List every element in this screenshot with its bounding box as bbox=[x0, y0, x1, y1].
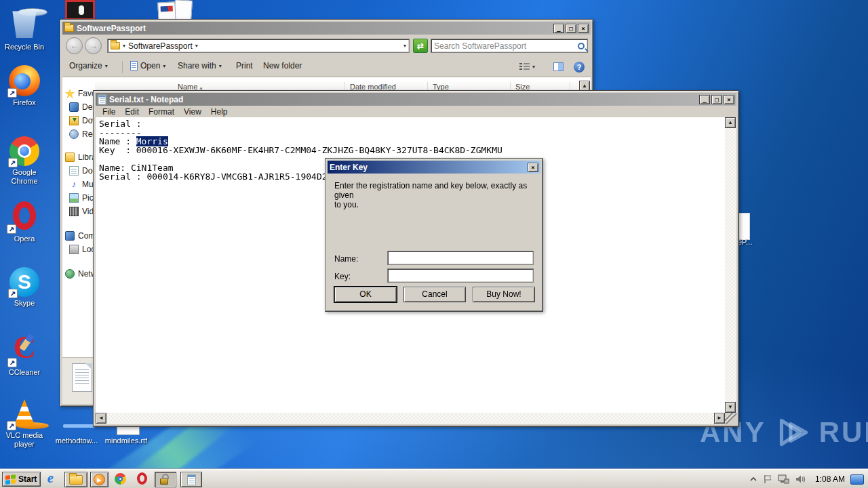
chevron-down-icon[interactable]: ▾ bbox=[195, 43, 198, 49]
volume-icon[interactable] bbox=[795, 470, 807, 488]
recycle-bin-icon bbox=[8, 7, 41, 41]
maximize-button[interactable]: □ bbox=[566, 24, 576, 33]
monitor-icon bbox=[850, 474, 864, 485]
resize-grip[interactable] bbox=[725, 413, 736, 424]
breadcrumb[interactable]: SoftwarePassport bbox=[128, 41, 193, 51]
desktop-icon-skype[interactable]: S Skype bbox=[0, 267, 49, 308]
scroll-up-button[interactable]: ▲ bbox=[725, 117, 736, 128]
show-desktop-button[interactable] bbox=[850, 470, 864, 488]
preview-pane-icon bbox=[553, 62, 564, 71]
scroll-left-button[interactable]: ◄ bbox=[96, 413, 106, 424]
taskbar-clock[interactable]: 1:08 AM bbox=[815, 470, 845, 488]
desktop-file-label-softwarepassport[interactable]: eP... bbox=[738, 238, 765, 246]
change-view-button[interactable]: ▾ bbox=[515, 60, 539, 73]
buy-now-button[interactable]: Buy Now! bbox=[473, 287, 535, 302]
forward-button[interactable]: → bbox=[85, 37, 102, 54]
recent-places-icon bbox=[69, 129, 79, 139]
desktop-icon-ccleaner[interactable]: C CCleaner bbox=[0, 332, 49, 377]
search-placeholder: Search SoftwarePassport bbox=[434, 41, 574, 51]
desktop-icon-label: CCleaner bbox=[0, 368, 49, 377]
key-label: Key: bbox=[334, 272, 351, 281]
back-button[interactable]: ← bbox=[66, 37, 83, 54]
name-label: Name: bbox=[334, 254, 358, 264]
tray-chevron-button[interactable] bbox=[749, 470, 758, 488]
partial-app-icon[interactable] bbox=[65, 0, 95, 20]
dialog-message: Enter the registration name and key belo… bbox=[334, 181, 542, 209]
music-note-icon: ♪ bbox=[69, 180, 79, 189]
desktop-icon-opera[interactable]: Opera bbox=[0, 201, 49, 243]
organize-menu-button[interactable]: Organize▾ bbox=[65, 58, 112, 73]
desktop-file-label-mindmiles[interactable]: mindmiles.rtf bbox=[95, 436, 157, 445]
menu-file[interactable]: File bbox=[98, 106, 119, 117]
minimize-button[interactable]: _ bbox=[553, 24, 564, 33]
address-bar[interactable]: ▾ SoftwarePassport ▾ ▾ bbox=[107, 39, 410, 53]
notepad-menubar: File Edit Format View Help bbox=[96, 106, 736, 117]
text-line: Serial : bbox=[99, 119, 725, 128]
print-button[interactable]: Print bbox=[232, 58, 257, 73]
notepad-icon bbox=[187, 474, 196, 485]
document-icon bbox=[130, 61, 138, 70]
desktop-icon-google-chrome[interactable]: Google Chrome bbox=[0, 136, 49, 186]
minimize-button[interactable]: _ bbox=[699, 95, 710, 104]
taskbar-chrome-icon[interactable] bbox=[115, 473, 126, 485]
refresh-button[interactable]: ⇄ bbox=[413, 39, 428, 53]
address-dropdown-icon[interactable]: ▾ bbox=[403, 43, 406, 49]
toolbar-separator bbox=[122, 61, 123, 73]
close-button[interactable]: × bbox=[724, 95, 734, 104]
film-icon bbox=[69, 207, 79, 216]
taskbar: Start e ▶ 1:08 AM bbox=[0, 469, 868, 488]
key-field[interactable] bbox=[387, 268, 534, 283]
notepad-icon bbox=[98, 94, 106, 104]
taskbar-explorer-button[interactable] bbox=[64, 472, 87, 487]
taskbar-notepad-button[interactable] bbox=[180, 472, 202, 487]
close-button[interactable]: × bbox=[578, 24, 589, 33]
scroll-down-button[interactable]: ▼ bbox=[725, 402, 736, 413]
dialog-titlebar[interactable]: Enter Key × bbox=[328, 161, 540, 174]
desktop-icon-label: Firefox bbox=[0, 98, 49, 107]
menu-format[interactable]: Format bbox=[144, 106, 178, 117]
preview-pane-button[interactable] bbox=[549, 60, 568, 74]
explorer-titlebar[interactable]: SoftwarePassport _ □ × bbox=[62, 22, 591, 35]
text-line: -------- bbox=[99, 128, 725, 137]
new-folder-button[interactable]: New folder bbox=[259, 58, 306, 73]
taskbar-opera-icon[interactable] bbox=[137, 472, 147, 485]
shortcut-arrow-icon bbox=[7, 421, 16, 430]
share-with-menu-button[interactable]: Share with▾ bbox=[174, 58, 226, 73]
text-line: Key : 000016-XEXWJW-6K60MF-EK4HR7-C2MM04… bbox=[99, 146, 725, 155]
scroll-right-button[interactable]: ► bbox=[714, 413, 725, 424]
horizontal-scrollbar[interactable]: ◄ ► bbox=[96, 413, 725, 424]
folder-icon bbox=[65, 152, 75, 162]
help-button[interactable]: ? bbox=[570, 59, 589, 75]
network-icon[interactable] bbox=[777, 470, 789, 488]
desktop-icon-vlc[interactable]: VLC media player bbox=[0, 399, 49, 449]
open-menu-button[interactable]: Open▾ bbox=[126, 58, 170, 73]
chevron-down-icon: ▾ bbox=[219, 63, 222, 69]
vertical-scrollbar[interactable]: ▲ ▼ bbox=[725, 117, 736, 413]
close-icon[interactable]: × bbox=[528, 163, 538, 172]
folder-icon bbox=[111, 42, 120, 49]
star-icon bbox=[65, 89, 75, 98]
name-field[interactable] bbox=[387, 251, 534, 265]
taskbar-media-player-button[interactable]: ▶ bbox=[90, 472, 108, 487]
menu-help[interactable]: Help bbox=[207, 106, 232, 117]
search-box[interactable]: Search SoftwarePassport bbox=[431, 39, 588, 53]
notepad-titlebar[interactable]: Serial.txt - Notepad _ □ × bbox=[96, 93, 736, 106]
start-button[interactable]: Start bbox=[2, 472, 41, 487]
monitor-icon bbox=[69, 102, 79, 112]
chevron-down-icon[interactable]: ▾ bbox=[123, 43, 125, 49]
partial-file-icon[interactable] bbox=[63, 424, 95, 428]
media-player-icon: ▶ bbox=[94, 474, 105, 485]
menu-edit[interactable]: Edit bbox=[121, 106, 143, 117]
search-icon[interactable] bbox=[578, 43, 585, 49]
action-center-flag-icon[interactable] bbox=[762, 470, 773, 488]
desktop-icon-recycle-bin[interactable]: Recycle Bin bbox=[0, 3, 49, 52]
help-icon: ? bbox=[574, 62, 585, 73]
menu-view[interactable]: View bbox=[180, 106, 205, 117]
taskbar-internet-explorer-icon[interactable]: e bbox=[47, 470, 54, 486]
cancel-button[interactable]: Cancel bbox=[403, 287, 466, 302]
taskbar-softwarepassport-button[interactable] bbox=[155, 472, 176, 487]
ok-button[interactable]: OK bbox=[334, 287, 397, 302]
maximize-button[interactable]: □ bbox=[711, 95, 722, 104]
desktop-icon-firefox[interactable]: Firefox bbox=[0, 65, 49, 107]
paper-logo bbox=[161, 6, 173, 12]
